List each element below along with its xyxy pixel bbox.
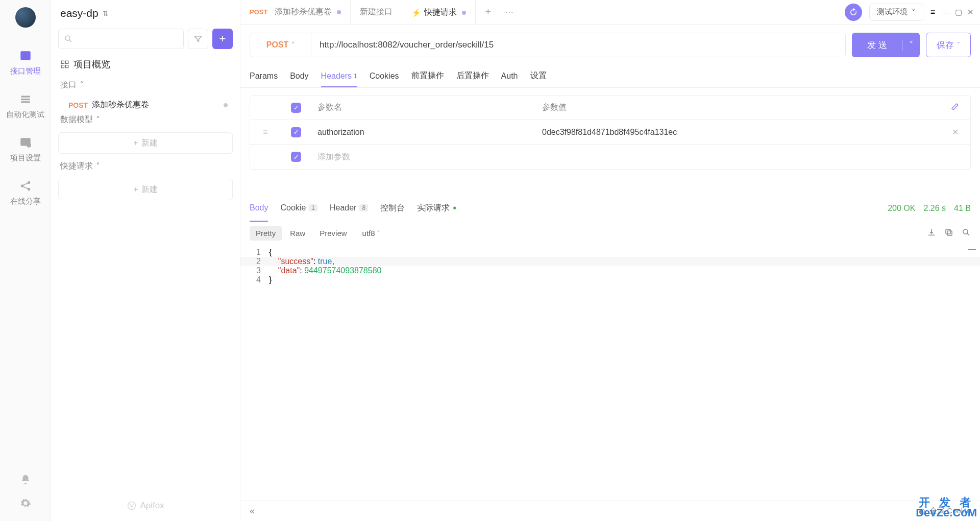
tab-headers[interactable]: Headers1 [321,65,357,87]
section-label: 数据模型 [60,114,93,125]
check-all[interactable]: ✓ [291,103,301,113]
tab-cookies[interactable]: Cookies [370,65,399,87]
share-icon [18,178,33,194]
svg-point-14 [963,229,968,234]
tab-settings[interactable]: 设置 [530,65,547,87]
response-size: 41 B [954,204,971,213]
tab-auth[interactable]: Auth [501,65,518,87]
view-raw[interactable]: Raw [284,226,311,241]
header-value-input[interactable]: 0dec3f98f81d4871bd8f495c4fa131ec [536,128,940,137]
tree-section-model[interactable]: 数据模型 ˄ [58,114,233,125]
tree-section-api[interactable]: 接口 ˄ [58,80,233,90]
collapse-icon[interactable]: — [968,245,976,254]
tab-post[interactable]: 后置操作 [456,65,489,87]
chevron-down-icon: ˅ [377,230,380,236]
bell-icon[interactable] [20,474,31,487]
download-icon[interactable] [927,228,936,239]
api-icon [18,48,33,63]
collapse-sidebar-icon[interactable]: « [250,506,255,516]
chevron-down-icon: ˅ [291,41,295,49]
method-select[interactable]: POST ˅ [250,33,311,57]
send-button[interactable]: 发 送 ˅ [852,33,920,57]
chevron-down-icon[interactable]: ˅ [902,40,920,51]
method-tag: POST [68,101,88,109]
svg-rect-10 [66,65,68,68]
filter-icon [193,34,203,43]
row-checkbox[interactable]: ✓ [291,152,301,162]
more-tabs-button[interactable]: ⋯ [496,0,523,24]
url-input[interactable] [311,33,845,57]
method-value: POST [266,40,289,50]
resp-tab-header[interactable]: Header8 [330,195,368,222]
resp-tab-cookie[interactable]: Cookie1 [280,195,317,222]
svg-point-11 [128,502,136,510]
resp-tab-body[interactable]: Body [250,195,268,222]
add-button[interactable]: + [212,29,233,49]
response-stats: 200 OK 2.26 s 41 B [888,204,971,213]
window-maximize[interactable]: ▢ [955,8,962,17]
rail-item-settings[interactable]: 项目设置 [10,135,41,163]
env-label: 测试环境 [877,7,908,17]
project-selector[interactable]: easy-dp ⇅ [58,7,233,19]
main-panel: POST 添加秒杀优惠卷 新建接口 ⚡ 快捷请求 + ⋯ 测试环境 ˅ ≡ — … [240,0,980,521]
global-cookie-label[interactable]: 全局 Cookie [929,506,971,516]
grid-icon [60,60,69,69]
rail-item-share[interactable]: 在线分享 [10,178,41,206]
tab-quick-request[interactable]: ⚡ 快捷请求 [402,0,476,24]
menu-icon[interactable]: ≡ [930,8,935,17]
gear-icon[interactable] [20,498,31,511]
tab-params[interactable]: Params [250,65,278,87]
response-tabs: Body Cookie1 Header8 控制台 实际请求• [250,195,456,222]
resp-tab-actual[interactable]: 实际请求• [417,195,456,222]
tab-pre[interactable]: 前置操作 [411,65,444,87]
response-body[interactable]: — 1{ 2 "success": true, 3 "data": 944975… [240,245,980,288]
apifox-icon [127,501,137,511]
refresh-button[interactable] [845,4,862,21]
delete-row-icon[interactable]: ✕ [940,127,970,137]
svg-rect-13 [946,229,950,234]
add-param-placeholder[interactable]: 添加参数 [311,152,536,162]
rail-label: 项目设置 [10,153,41,163]
tabs-bar: POST 添加秒杀优惠卷 新建接口 ⚡ 快捷请求 + ⋯ 测试环境 ˅ ≡ — … [240,0,980,25]
tab-body[interactable]: Body [290,65,308,87]
tab-label: 新建接口 [360,7,393,17]
method-url-bar: POST ˅ [250,33,846,57]
project-overview[interactable]: 项目概览 [58,58,233,70]
column-header-name: 参数名 [311,102,536,113]
row-checkbox[interactable]: ✓ [291,127,301,137]
tab-new-api[interactable]: 新建接口 [351,0,402,24]
api-tree-item[interactable]: POST 添加秒杀优惠卷 [58,96,233,114]
tree-section-quick[interactable]: 快捷请求 ˄ [58,161,233,172]
rail-item-autotest[interactable]: 自动化测试 [6,91,44,120]
window-minimize[interactable]: — [942,8,950,16]
window-close[interactable]: ✕ [967,8,974,17]
search-in-response-icon[interactable] [962,228,971,239]
copy-icon[interactable] [944,228,953,239]
api-item-name: 添加秒杀优惠卷 [92,100,149,110]
tab-label: 快捷请求 [424,7,457,18]
env-selector[interactable]: 测试环境 ˅ [869,4,923,21]
project-name: easy-dp [60,7,99,19]
new-tab-button[interactable]: + [476,0,496,24]
search-input[interactable] [58,29,184,49]
new-quick-button[interactable]: + 新建 [58,179,233,200]
modified-dot [462,11,466,15]
cookie-toggle-icon[interactable]: ◐ [919,507,925,516]
rail-item-api[interactable]: 接口管理 [10,48,41,76]
headers-table: ✓ 参数名 参数值 ≡ ✓ authorization 0dec3f98f81d… [250,95,971,170]
bulk-edit-icon[interactable] [940,103,970,113]
svg-point-2 [27,143,31,148]
drag-handle-icon[interactable]: ≡ [250,128,281,137]
view-preview[interactable]: Preview [313,226,353,241]
apifox-brand: Apifox [58,495,233,516]
section-label: 快捷请求 [60,161,93,172]
save-button[interactable]: 保存 ˅ [926,33,971,57]
avatar[interactable] [15,7,36,28]
view-pretty[interactable]: Pretty [250,226,282,241]
encoding-select[interactable]: utf8 ˅ [362,229,380,238]
tab-api-post[interactable]: POST 添加秒杀优惠卷 [240,0,351,24]
filter-button[interactable] [188,29,208,49]
new-model-button[interactable]: + 新建 [58,132,233,154]
resp-tab-console[interactable]: 控制台 [380,195,405,222]
header-name-input[interactable]: authorization [311,128,536,137]
